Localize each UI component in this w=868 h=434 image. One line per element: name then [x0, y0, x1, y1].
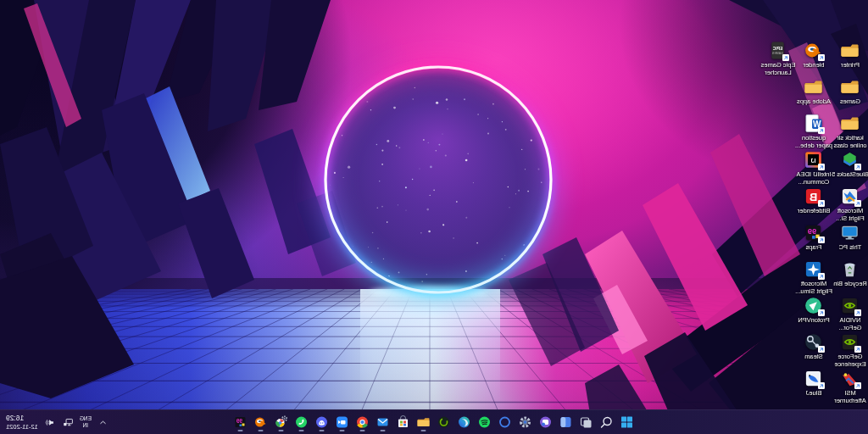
start-button[interactable]	[619, 412, 637, 432]
shortcut-arrow-icon	[819, 382, 826, 389]
store-icon	[397, 415, 410, 429]
tray-chevron-button[interactable]	[96, 412, 110, 432]
taskbar-app-settings[interactable]	[517, 412, 535, 432]
taskbar-app-fraps[interactable]	[232, 412, 250, 432]
desktop-icon-label: NVIDIA GeFor...	[830, 316, 868, 331]
volume-icon	[44, 417, 55, 428]
desktop-icon-label: Bitdefender	[793, 207, 834, 214]
shortcut-arrow-icon	[819, 346, 826, 353]
system-tray: ENG IN 16:29 12-11-2021	[0, 410, 110, 434]
desktop-icon-label: BlueStacks 5	[830, 170, 868, 178]
running-indicator	[320, 430, 325, 431]
running-indicator	[259, 430, 264, 431]
blender-icon	[254, 415, 268, 429]
chevron-up-icon	[98, 418, 108, 427]
shortcut-arrow-icon	[819, 200, 826, 207]
network-icon	[63, 417, 74, 428]
taskbar-app-ring-app[interactable]	[497, 412, 515, 432]
taskbar-app-microsoft-store[interactable]	[395, 412, 413, 432]
taskbar-app-chrome[interactable]	[354, 412, 372, 432]
desktop-icon-steam[interactable]: Steam	[794, 332, 833, 360]
recycle-bin-icon	[841, 259, 860, 279]
shortcut-arrow-icon	[819, 273, 826, 280]
language-indicator[interactable]: ENG IN	[80, 415, 92, 430]
desktop-icon-label: Games	[830, 97, 868, 105]
this-pc-icon	[841, 223, 860, 242]
shortcut-arrow-icon	[783, 54, 790, 61]
zoom-cam-icon	[336, 415, 349, 429]
desktop-icon-recycle-bin[interactable]: Recycle Bin	[831, 259, 868, 287]
desktop-icon-printer[interactable]: Printer	[831, 41, 868, 69]
shortcut-arrow-icon	[819, 164, 826, 170]
edge-icon	[458, 415, 471, 429]
desktop-icon-games[interactable]: Games	[831, 77, 868, 105]
desktop-icon-intellij-idea-commun[interactable]: IntelliJ IDEA Commun...	[794, 150, 833, 186]
taskbar-app-file-explorer[interactable]	[415, 412, 433, 432]
blue-ring-icon	[498, 415, 512, 429]
desktop-icon-label: Steam	[793, 353, 834, 360]
taskbar-app-color-wheel[interactable]	[273, 412, 291, 432]
desktop-icon-bitdefender[interactable]: Bitdefender	[794, 186, 833, 214]
language-line2: IN	[80, 422, 92, 429]
taskbar-app-blender[interactable]	[253, 412, 270, 432]
desktop-screen: W EPICGAMES IJ B 99	[0, 0, 868, 434]
desktop-icon-label: GeForce Experience	[830, 353, 868, 368]
desktop-icon-bluej[interactable]: BlueJ	[794, 369, 833, 397]
desktop-icon-blender[interactable]: blender	[794, 41, 833, 69]
desktop-icon-label: ProtonVPN	[793, 316, 834, 324]
task-view-icon	[580, 415, 593, 429]
taskbar-app-edge[interactable]	[456, 412, 474, 432]
search-button[interactable]	[598, 412, 616, 432]
taskbar-app-discord[interactable]	[314, 412, 331, 432]
shortcut-arrow-icon	[819, 236, 826, 243]
chat-icon	[539, 415, 553, 429]
taskbar-app-geforce-now[interactable]	[436, 412, 453, 432]
running-indicator	[279, 430, 284, 431]
desktop-icon-label: Recycle Bin	[830, 280, 868, 287]
desktop-icon-fraps[interactable]: Fraps	[794, 223, 833, 251]
desktop-icon-epic-games-launcher[interactable]: Epic Games Launcher	[759, 41, 798, 76]
desktop-icon-microsoft-flight-simu[interactable]: Microsoft Flight Simu...	[794, 259, 833, 295]
discord-icon	[315, 415, 329, 429]
desktop-icon-kartick-sir-online-class[interactable]: kartick sir online class	[831, 114, 868, 149]
taskbar-app-spotify[interactable]	[476, 412, 494, 432]
taskbar-app-mail[interactable]	[375, 412, 392, 432]
desktop-icon-label: question paper debe...	[793, 134, 834, 149]
desktop-icon-msi-afterburner[interactable]: MSI Afterburner	[831, 369, 868, 404]
running-indicator	[299, 430, 304, 431]
search-icon	[600, 415, 614, 429]
mail-icon	[376, 415, 390, 429]
clock[interactable]: 16:29 12-11-2021	[6, 414, 38, 431]
taskbar-app-chat[interactable]	[537, 412, 555, 432]
taskbar-app-whatsapp[interactable]	[293, 412, 311, 432]
running-indicator	[381, 430, 386, 431]
taskbar-app-task-view[interactable]	[578, 412, 596, 432]
desktop-icon-adobe-apps[interactable]: Adobe apps	[794, 77, 833, 105]
color-wheel-gear-icon	[275, 415, 288, 429]
taskbar-app-zoom[interactable]	[334, 412, 352, 432]
desktop-icon-this-pc[interactable]: This PC	[831, 223, 868, 251]
desktop-icon-question-paper-debe[interactable]: question paper debe...	[794, 114, 833, 149]
network-button[interactable]	[61, 412, 75, 432]
desktop-icon-label: Microsoft Flight Si...	[830, 207, 868, 222]
folder-icon	[841, 114, 860, 133]
shortcut-arrow-icon	[819, 54, 826, 61]
language-line1: ENG	[80, 415, 92, 422]
desktop-icon-protonvpn[interactable]: ProtonVPN	[794, 296, 833, 324]
taskbar-app-widgets[interactable]	[558, 412, 576, 432]
desktop-icon-microsoft-flight-si[interactable]: Microsoft Flight Si...	[831, 186, 868, 222]
desktop-icon-bluestacks-5[interactable]: BlueStacks 5	[831, 150, 868, 178]
desktop-icon-nvidia-gefor[interactable]: NVIDIA GeFor...	[831, 296, 868, 331]
shortcut-arrow-icon	[855, 346, 862, 353]
mirrored-ui-layer: Printer Games kartick sir online class B…	[0, 0, 868, 434]
volume-button[interactable]	[42, 412, 57, 432]
widgets-icon	[559, 415, 573, 429]
clock-date: 12-11-2021	[6, 423, 38, 431]
desktop-icons-area[interactable]: Printer Games kartick sir online class B…	[0, 0, 868, 410]
folder-icon	[417, 415, 431, 429]
chrome-icon	[356, 415, 370, 429]
desktop-icon-geforce-experience[interactable]: GeForce Experience	[831, 332, 868, 368]
desktop-icon-label: Microsoft Flight Simu...	[793, 280, 834, 295]
desktop-icon-label: blender	[793, 61, 834, 69]
shortcut-arrow-icon	[855, 309, 862, 316]
